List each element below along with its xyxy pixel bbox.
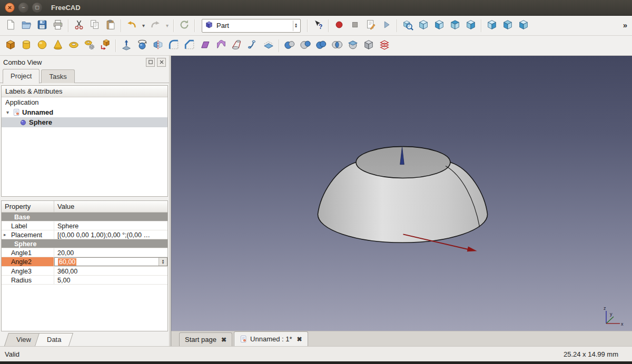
part-sweep-button[interactable] [245, 38, 261, 54]
part-fillet-button[interactable] [166, 38, 182, 54]
part-box-button[interactable] [3, 38, 18, 54]
document-tab-start-page[interactable]: Start page✖ [179, 332, 232, 346]
part-mirror-button[interactable] [150, 38, 166, 54]
expander-icon[interactable]: ▾ [6, 109, 13, 115]
property-row-label[interactable]: LabelSphere [2, 221, 167, 230]
view-top-button[interactable] [447, 18, 463, 34]
tab-project[interactable]: Project [3, 69, 39, 84]
window-maximize-button[interactable]: ▢ [32, 3, 42, 13]
expander-icon[interactable]: ▸ [4, 232, 6, 237]
property-row-sphere[interactable]: Sphere [2, 239, 167, 248]
save-button[interactable] [34, 18, 50, 34]
panel-close-button[interactable] [157, 58, 166, 67]
part-ruledsurface-button[interactable] [213, 38, 229, 54]
tab-close-icon[interactable]: ✖ [221, 336, 226, 343]
new-document-button[interactable] [3, 18, 18, 34]
property-row-angle3[interactable]: Angle3360,00 [2, 267, 167, 276]
titlebar[interactable]: ✕–▢ FreeCAD [0, 0, 632, 16]
property-column-header[interactable]: Property [2, 201, 54, 212]
macro-stop-button[interactable] [347, 18, 363, 34]
document-tab-unnamed-1[interactable]: Unnamed : 1*✖ [234, 331, 308, 346]
part-union-button[interactable] [313, 38, 329, 54]
property-row-radius[interactable]: Radius5,00 [2, 276, 167, 285]
print-icon [52, 19, 64, 32]
part-cone-button[interactable] [50, 38, 66, 54]
document-tab-label: Start page [185, 336, 216, 343]
toolbar-separator [68, 19, 69, 32]
view-left-button[interactable] [516, 18, 531, 34]
part-makeface-button[interactable] [197, 38, 213, 54]
part-torus-button[interactable] [66, 38, 82, 54]
window-close-button[interactable]: ✕ [5, 3, 15, 13]
property-row-base[interactable]: Base [2, 213, 167, 221]
property-row-angle2[interactable]: Angle260,00▴▾ [2, 257, 167, 267]
tree-item-application[interactable]: Application [2, 97, 167, 107]
toolbar-separator [397, 19, 398, 32]
part-crosssections-icon [379, 39, 390, 52]
part-primitives-button[interactable] [82, 38, 97, 54]
view-right-button[interactable] [463, 18, 479, 34]
part-extrude-button[interactable] [118, 38, 134, 54]
undo-button[interactable] [124, 18, 140, 34]
part-chamfer-button[interactable] [182, 38, 197, 54]
part-compound-button[interactable] [361, 38, 377, 54]
part-ruledsurface-icon [215, 39, 227, 52]
property-row-angle1[interactable]: Angle120,00 [2, 248, 167, 257]
main-area: Combo View ProjectTasks Labels & Attribu… [0, 56, 632, 346]
redo-button[interactable] [147, 18, 163, 34]
part-common-button[interactable] [329, 38, 345, 54]
tree-item-unnamed[interactable]: ▾ Unnamed [2, 107, 167, 117]
undo-icon [126, 19, 137, 32]
copy-icon [89, 19, 101, 32]
open-folder-button[interactable] [18, 18, 34, 34]
save-icon [36, 19, 48, 32]
macro-play-button[interactable] [379, 18, 394, 34]
property-editor: Property Value BaseLabelSphere▸Placement… [1, 200, 168, 331]
view-right-icon [465, 19, 477, 32]
part-boolean-button[interactable] [282, 38, 298, 54]
value-column-header[interactable]: Value [54, 201, 167, 212]
toolbar-row-1: ▾▾Part▴▾?» [0, 16, 632, 36]
whats-this-button[interactable]: ? [310, 18, 326, 34]
part-section-button[interactable] [345, 38, 361, 54]
cut-button[interactable] [71, 18, 87, 34]
tree-item-sphere[interactable]: Sphere [2, 117, 167, 127]
property-row-placement[interactable]: ▸Placement[(0,00 0,00 1,00);0,00 °;(0,00… [2, 230, 167, 239]
undo-dropdown-button[interactable]: ▾ [140, 18, 147, 34]
view-fit-button[interactable] [400, 18, 416, 34]
combo-spinner-icon[interactable]: ▴▾ [293, 21, 299, 31]
view-front-button[interactable] [431, 18, 447, 34]
tab-close-icon[interactable]: ✖ [297, 336, 302, 343]
paste-button[interactable] [103, 18, 118, 34]
spinbox-arrows-icon[interactable]: ▴▾ [159, 258, 167, 266]
part-crosssections-button[interactable] [377, 38, 392, 54]
macro-edit-button[interactable] [363, 18, 379, 34]
macro-record-button[interactable] [331, 18, 347, 34]
view-axonometric-button[interactable] [416, 18, 431, 34]
window-minimize-button[interactable]: – [18, 3, 28, 13]
copy-button[interactable] [87, 18, 103, 34]
redo-dropdown-button[interactable]: ▾ [163, 18, 171, 34]
refresh-button[interactable] [176, 18, 192, 34]
value-edit-field[interactable]: 60,00 [58, 258, 76, 266]
part-cut-button[interactable] [298, 38, 313, 54]
tab-tasks[interactable]: Tasks [41, 69, 74, 83]
workbench-selector[interactable]: Part▴▾ [202, 19, 301, 33]
panel-float-button[interactable] [146, 58, 155, 67]
part-cylinder-button[interactable] [18, 38, 34, 54]
combo-view-tabs: ProjectTasks [0, 68, 169, 83]
view-bottom-button[interactable] [500, 18, 516, 34]
part-shapebuilder-button[interactable] [97, 38, 113, 54]
toolbar-overflow-button[interactable]: » [620, 19, 630, 31]
part-offset-button[interactable] [261, 38, 276, 54]
view-rear-button[interactable] [484, 18, 500, 34]
property-value-cell[interactable]: 60,00▴▾ [54, 257, 167, 266]
sphere-segment-model[interactable] [171, 56, 632, 331]
freecad-window: ✕–▢ FreeCAD ▾▾Part▴▾?» Combo View Projec… [0, 0, 632, 364]
part-revolve-button[interactable] [134, 38, 150, 54]
print-button[interactable] [50, 18, 66, 34]
3d-viewport[interactable]: z y x [171, 56, 632, 331]
part-loft-button[interactable] [229, 38, 245, 54]
part-sphere-button[interactable] [34, 38, 50, 54]
tab-data[interactable]: Data [35, 333, 74, 346]
